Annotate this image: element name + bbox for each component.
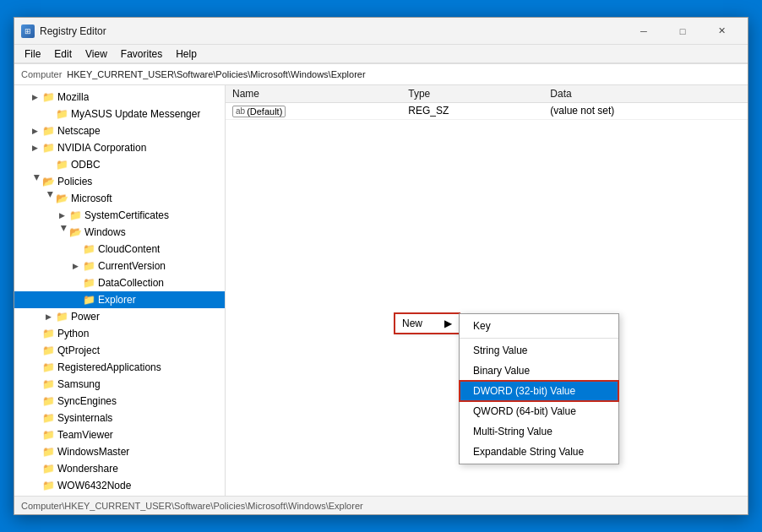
sidebar-item-myasus[interactable]: ▶ 📁 MyASUS Update Messenger (14, 106, 225, 122)
sidebar-tree: ▶ 📁 Mozilla ▶ 📁 MyASUS Update Messenger … (14, 85, 226, 496)
folder-icon: 📁 (41, 90, 55, 104)
sidebar-item-wondershare[interactable]: ▶ 📁 Wondershare (14, 460, 225, 477)
menu-help[interactable]: Help (169, 46, 204, 62)
sidebar-item-cloudcontent[interactable]: ▶ 📁 CloudContent (14, 241, 225, 258)
sidebar-item-explorer[interactable]: ▶ 📁 Explorer (14, 291, 225, 308)
sidebar-item-sysinternals[interactable]: ▶ 📁 Sysinternals (14, 410, 225, 426)
sidebar-item-datacollection[interactable]: ▶ 📁 DataCollection (14, 274, 225, 291)
folder-icon: 📁 (41, 327, 55, 340)
close-button[interactable]: ✕ (702, 18, 741, 45)
folder-icon: 📁 (41, 479, 55, 492)
table-row[interactable]: ab (Default) REG_SZ (value not set) (226, 103, 748, 120)
expand-icon: ▶ (28, 124, 41, 138)
sidebar-item-power[interactable]: ▶ 📁 Power (14, 308, 225, 325)
sidebar-item-systemcerts[interactable]: ▶ 📁 SystemCertificates (14, 207, 225, 224)
value-data: (value not set) (543, 103, 748, 120)
menu-separator (460, 338, 618, 339)
menu-bar: File Edit View Favorites Help (14, 45, 748, 63)
expand-icon: ▶ (28, 141, 41, 155)
sidebar-item-windowsmaster[interactable]: ▶ 📁 WindowsMaster (14, 443, 225, 460)
maximize-button[interactable]: □ (663, 18, 702, 45)
main-content: ▶ 📁 Mozilla ▶ 📁 MyASUS Update Messenger … (14, 85, 748, 496)
folder-icon: 📁 (41, 445, 55, 459)
address-bar: Computer HKEY_CURRENT_USER\Software\Poli… (14, 63, 748, 85)
expand-icon: ▶ (68, 259, 82, 273)
sidebar-item-windows[interactable]: ▶ 📂 Windows (14, 224, 225, 241)
column-data: Data (543, 85, 748, 103)
registry-values-panel: Name Type Data ab (Default) REG_SZ (226, 85, 748, 496)
submenu-expandable-value[interactable]: Expandable String Value (460, 442, 618, 462)
title-bar: ⊞ Registry Editor ─ □ ✕ (14, 18, 748, 45)
folder-icon: 📁 (41, 141, 55, 155)
address-label: Computer (21, 69, 62, 79)
folder-icon: 📁 (41, 124, 55, 138)
folder-icon: 📁 (55, 158, 68, 171)
submenu-dword-value[interactable]: DWORD (32-bit) Value (460, 381, 618, 401)
submenu-binary-value[interactable]: Binary Value (460, 361, 618, 381)
folder-icon: 📁 (41, 462, 55, 475)
menu-favorites[interactable]: Favorites (114, 46, 169, 62)
folder-icon: 📁 (55, 107, 68, 121)
sidebar-item-samsung[interactable]: ▶ 📁 Samsung (14, 376, 225, 393)
sidebar-item-microsoft[interactable]: ▶ 📂 Microsoft (14, 190, 225, 207)
sidebar-item-teamviewer[interactable]: ▶ 📁 TeamViewer (14, 426, 225, 443)
sidebar-item-qtproject[interactable]: ▶ 📁 QtProject (14, 342, 225, 359)
menu-file[interactable]: File (18, 46, 47, 62)
expand-icon: ▶ (28, 90, 41, 104)
registry-table: Name Type Data ab (Default) REG_SZ (226, 85, 748, 120)
sidebar-item-wow6432[interactable]: ▶ 📁 WOW6432Node (14, 477, 225, 494)
new-menu-item[interactable]: New ▶ (395, 313, 460, 334)
folder-icon: 📁 (82, 242, 95, 256)
sidebar-item-mozilla[interactable]: ▶ 📁 Mozilla (14, 89, 225, 106)
folder-icon: 📁 (82, 259, 95, 273)
submenu-string-value[interactable]: String Value (460, 340, 618, 361)
expand-icon: ▶ (41, 310, 55, 323)
menu-view[interactable]: View (79, 46, 114, 62)
sidebar-item-nvidia[interactable]: ▶ 📁 NVIDIA Corporation (14, 139, 225, 156)
window-title: Registry Editor (40, 25, 624, 37)
minimize-button[interactable]: ─ (624, 18, 663, 45)
app-icon: ⊞ (21, 24, 35, 38)
expand-icon: ▶ (41, 192, 55, 205)
sidebar-item-currentversion[interactable]: ▶ 📁 CurrentVersion (14, 258, 225, 274)
folder-icon: 📁 (82, 293, 95, 307)
sidebar-item-odbc[interactable]: ▶ 📁 ODBC (14, 156, 225, 173)
folder-icon: 📁 (41, 428, 55, 442)
status-bar: Computer\HKEY_CURRENT_USER\Software\Poli… (14, 496, 748, 514)
folder-icon: 📁 (41, 361, 55, 374)
new-submenu: Key String Value Binary Value DWORD (32-… (459, 313, 619, 464)
new-label: New (402, 318, 422, 329)
column-type: Type (401, 85, 543, 103)
expand-icon: ▶ (55, 225, 68, 239)
window-controls: ─ □ ✕ (624, 18, 741, 45)
expand-icon: ▶ (55, 209, 68, 222)
status-text: Computer\HKEY_CURRENT_USER\Software\Poli… (21, 501, 363, 511)
folder-icon: 📂 (41, 175, 55, 188)
folder-icon: 📁 (41, 377, 55, 391)
folder-icon: 📁 (55, 310, 68, 323)
sidebar-item-netscape[interactable]: ▶ 📁 Netscape (14, 122, 225, 139)
folder-icon: 📁 (41, 394, 55, 408)
value-name: ab (Default) (226, 103, 401, 120)
column-name: Name (226, 85, 401, 103)
folder-icon: 📂 (68, 225, 82, 239)
sidebar-item-policies[interactable]: ▶ 📂 Policies (14, 173, 225, 190)
folder-icon: 📁 (41, 411, 55, 425)
folder-icon: 📁 (82, 276, 95, 290)
folder-icon: 📁 (68, 209, 82, 222)
arrow-icon: ▶ (427, 318, 452, 329)
submenu-qword-value[interactable]: QWORD (64-bit) Value (460, 401, 618, 421)
sidebar-item-python[interactable]: ▶ 📁 Python (14, 325, 225, 342)
folder-icon: 📂 (55, 192, 68, 205)
address-path: HKEY_CURRENT_USER\Software\Policies\Micr… (67, 69, 365, 79)
menu-edit[interactable]: Edit (47, 46, 79, 62)
sidebar-item-syncengines[interactable]: ▶ 📁 SyncEngines (14, 393, 225, 410)
value-type: REG_SZ (401, 103, 543, 120)
context-menu: New ▶ Key String Value Binary Value DWOR… (395, 313, 460, 334)
default-badge: ab (Default) (232, 106, 286, 117)
submenu-multistring-value[interactable]: Multi-String Value (460, 421, 618, 442)
expand-icon: ▶ (28, 175, 41, 188)
sidebar-item-regapps[interactable]: ▶ 📁 RegisteredApplications (14, 359, 225, 376)
registry-editor-window: ⊞ Registry Editor ─ □ ✕ File Edit View F… (14, 17, 748, 515)
submenu-key[interactable]: Key (460, 316, 618, 336)
